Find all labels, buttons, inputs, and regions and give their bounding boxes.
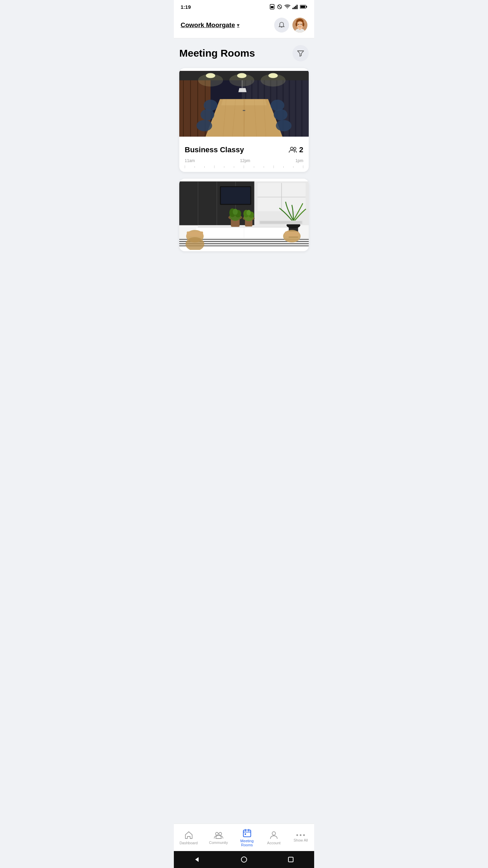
svg-rect-117 <box>288 857 293 862</box>
room-name-row-1: Business Classy 2 <box>185 145 303 154</box>
header: Cowork Moorgate ▾ <box>174 14 314 38</box>
svg-point-43 <box>261 74 286 86</box>
nav-label-show-all: Show All <box>293 838 308 842</box>
svg-rect-110 <box>245 833 246 835</box>
timeline-mid-1: 12pm <box>240 158 250 163</box>
svg-point-105 <box>219 832 222 835</box>
svg-marker-60 <box>238 88 246 92</box>
nav-item-meeting-rooms[interactable]: MeetingRooms <box>235 827 259 848</box>
chevron-down-icon: ▾ <box>237 22 239 28</box>
svg-marker-115 <box>195 857 199 862</box>
svg-point-13 <box>297 21 303 29</box>
room-info-1: Business Classy 2 11am 12pm <box>179 141 309 172</box>
svg-point-42 <box>229 74 255 86</box>
room-capacity-1: 2 <box>288 145 303 154</box>
room-image-1 <box>179 68 309 139</box>
nav-label-dashboard: Dashboard <box>180 841 198 845</box>
svg-rect-9 <box>306 6 307 8</box>
svg-point-111 <box>272 832 276 835</box>
capacity-number-1: 2 <box>299 145 303 154</box>
main-content: Meeting Rooms <box>174 38 314 839</box>
user-avatar[interactable] <box>292 18 307 33</box>
svg-rect-5 <box>294 7 295 9</box>
header-actions <box>274 18 307 33</box>
svg-rect-106 <box>243 830 251 837</box>
room-card-2[interactable] <box>179 179 309 251</box>
android-home-icon <box>241 856 247 863</box>
wifi-icon <box>284 4 290 9</box>
svg-point-61 <box>290 147 293 150</box>
svg-rect-1 <box>271 6 273 8</box>
timeline-start-1: 11am <box>185 158 195 163</box>
nav-label-community: Community <box>209 841 228 845</box>
filter-button[interactable] <box>292 45 309 61</box>
status-bar: 1:19 <box>174 0 314 14</box>
capacity-icon-1 <box>288 146 297 153</box>
svg-rect-6 <box>295 6 296 9</box>
svg-point-113 <box>300 834 302 836</box>
svg-point-56 <box>274 109 288 120</box>
nav-item-community[interactable]: Community <box>205 830 232 846</box>
nav-item-account[interactable]: Account <box>262 829 286 846</box>
svg-line-3 <box>278 5 281 8</box>
svg-rect-7 <box>297 5 298 9</box>
signal-icon <box>292 4 298 9</box>
svg-point-19 <box>301 24 302 25</box>
page-header: Meeting Rooms <box>179 45 309 61</box>
filter-icon <box>297 50 304 57</box>
home-icon <box>184 831 193 840</box>
svg-point-83 <box>233 209 238 215</box>
svg-rect-22 <box>183 71 184 137</box>
page-title: Meeting Rooms <box>179 47 255 59</box>
svg-point-18 <box>298 24 299 25</box>
svg-rect-35 <box>295 71 296 137</box>
svg-rect-36 <box>301 71 303 137</box>
svg-point-53 <box>201 109 215 120</box>
svg-rect-4 <box>292 8 293 9</box>
svg-point-104 <box>216 832 218 835</box>
home-button[interactable] <box>239 854 249 865</box>
calendar-icon <box>243 829 251 837</box>
battery-icon <box>300 5 307 9</box>
svg-rect-10 <box>301 6 305 8</box>
svg-point-89 <box>246 210 251 216</box>
room-name-1: Business Classy <box>185 145 244 154</box>
bottom-nav: Dashboard Community MeetingRooms Account <box>174 824 314 851</box>
avatar-image <box>292 18 307 33</box>
back-button[interactable] <box>192 854 203 865</box>
svg-point-116 <box>241 857 247 862</box>
block-icon <box>277 4 282 9</box>
room-card-1[interactable]: Business Classy 2 11am 12pm <box>179 68 309 172</box>
timeline-end-1: 1pm <box>296 158 303 163</box>
svg-rect-59 <box>242 80 243 88</box>
back-icon <box>194 856 201 863</box>
svg-rect-74 <box>221 187 250 204</box>
person-icon <box>270 831 278 840</box>
svg-point-54 <box>197 120 212 131</box>
svg-point-41 <box>198 74 223 86</box>
dots-icon <box>296 833 305 837</box>
svg-rect-101 <box>285 232 299 237</box>
workspace-name: Cowork Moorgate <box>181 21 235 29</box>
nav-item-show-all[interactable]: Show All <box>289 832 312 844</box>
nav-label-account: Account <box>267 841 281 845</box>
bell-icon <box>278 21 285 29</box>
nav-item-dashboard[interactable]: Dashboard <box>176 829 202 846</box>
svg-rect-23 <box>190 71 191 137</box>
status-time: 1:19 <box>181 4 191 10</box>
svg-rect-103 <box>260 221 302 223</box>
svg-point-112 <box>297 834 298 836</box>
recents-button[interactable] <box>285 854 296 865</box>
room-image-2 <box>179 179 309 250</box>
svg-point-114 <box>303 834 305 836</box>
svg-rect-58 <box>243 110 245 111</box>
sim-icon <box>269 4 275 9</box>
timeline-labels-1: 11am 12pm 1pm <box>185 158 303 163</box>
workspace-selector[interactable]: Cowork Moorgate ▾ <box>181 21 239 29</box>
svg-rect-98 <box>187 232 203 237</box>
status-icons <box>269 4 307 9</box>
notifications-button[interactable] <box>274 18 289 33</box>
nav-label-meeting-rooms: MeetingRooms <box>240 839 253 847</box>
recents-icon <box>288 856 294 863</box>
svg-rect-17 <box>299 28 301 30</box>
